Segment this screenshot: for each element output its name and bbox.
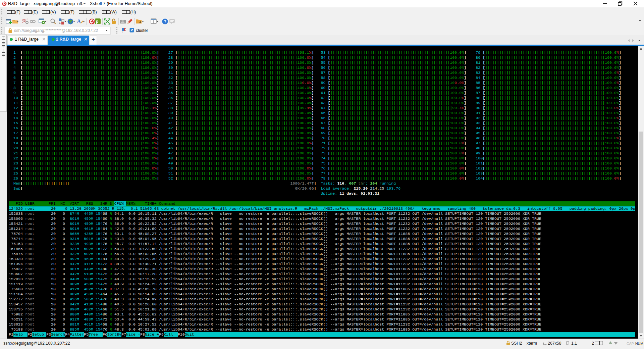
svg-text:A: A bbox=[77, 18, 81, 24]
svg-text:?: ? bbox=[164, 19, 167, 24]
svg-text:p: p bbox=[96, 19, 98, 24]
